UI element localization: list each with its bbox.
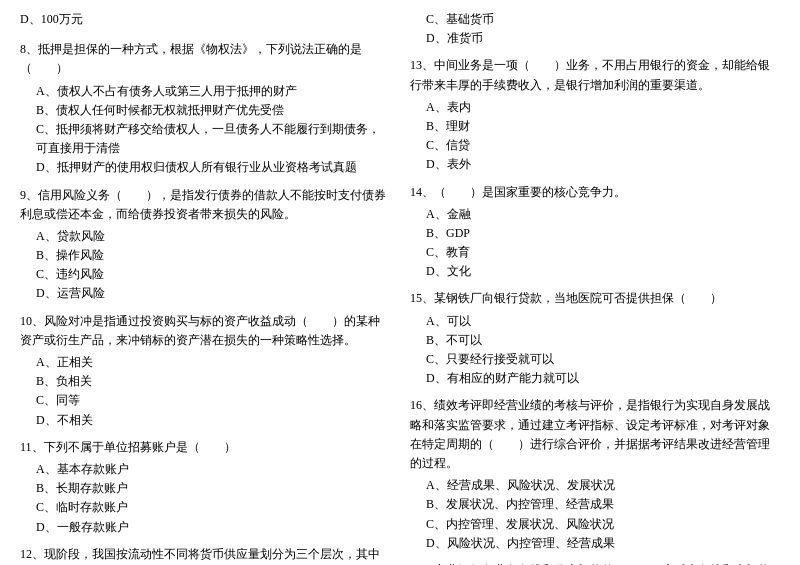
q14-option-b: B、GDP xyxy=(410,224,780,243)
q15-block: 15、某钢铁厂向银行贷款，当地医院可否提供担保（ ） A、可以 B、不可以 C、… xyxy=(410,289,780,388)
q16-option-b: B、发展状况、内控管理、经营成果 xyxy=(410,495,780,514)
q9-option-d: D、运营风险 xyxy=(20,284,390,303)
q10-option-a: A、正相关 xyxy=(20,353,390,372)
q12-block: 12、现阶段，我国按流动性不同将货币供应量划分为三个层次，其中 M1 表示（ ）… xyxy=(20,545,390,565)
q11-option-a: A、基本存款账户 xyxy=(20,460,390,479)
q11-text: 11、下列不属于单位招募账户是（ ） xyxy=(20,438,390,457)
q11-option-c: C、临时存款账户 xyxy=(20,498,390,517)
q10-option-c: C、同等 xyxy=(20,391,390,410)
q9-option-c: C、违约风险 xyxy=(20,265,390,284)
q-d-100: D、100万元 xyxy=(20,10,390,32)
q10-option-d: D、不相关 xyxy=(20,411,390,430)
q16-text: 16、绩效考评即经营业绩的考核与评价，是指银行为实现自身发展战略和落实监管要求，… xyxy=(410,396,780,473)
q17-block: 17、商业银行各业务条线和分支机构的（ ）应对本条线和本机构经营活动的合规性负直… xyxy=(410,561,780,565)
q15-option-b: B、不可以 xyxy=(410,331,780,350)
q13-option-b: B、理财 xyxy=(410,117,780,136)
q8-option-b: B、债权人任何时候都无权就抵押财产优先受偿 xyxy=(20,101,390,120)
q11-block: 11、下列不属于单位招募账户是（ ） A、基本存款账户 B、长期存款账户 C、临… xyxy=(20,438,390,537)
q12-text: 12、现阶段，我国按流动性不同将货币供应量划分为三个层次，其中 M1 表示（ ） xyxy=(20,545,390,565)
q13-option-d: D、表外 xyxy=(410,155,780,174)
q17-text: 17、商业银行各业务条线和分支机构的（ ）应对本条线和本机构经营活动的合规性负直… xyxy=(410,561,780,565)
q14-option-a: A、金融 xyxy=(410,205,780,224)
q13-option-a: A、表内 xyxy=(410,98,780,117)
q12-option-c: C、基础货币 xyxy=(410,10,780,29)
q9-block: 9、信用风险义务（ ），是指发行债券的借款人不能按时支付债券利息或偿还本金，而给… xyxy=(20,186,390,304)
q15-option-c: C、只要经行接受就可以 xyxy=(410,350,780,369)
right-column: C、基础货币 D、准货币 13、中间业务是一项（ ）业务，不用占用银行的资金，却… xyxy=(410,10,780,565)
q8-option-c: C、抵押须将财产移交给债权人，一旦债务人不能履行到期债务，可直接用于清偿 xyxy=(20,120,390,158)
q10-block: 10、风险对冲是指通过投资购买与标的资产收益成动（ ）的某种资产或衍生产品，来冲… xyxy=(20,312,390,430)
page-container: D、100万元 8、抵押是担保的一种方式，根据《物权法》，下列说法正确的是（ ）… xyxy=(20,10,780,565)
q16-option-c: C、内控管理、发展状况、风险状况 xyxy=(410,515,780,534)
q14-option-d: D、文化 xyxy=(410,262,780,281)
q14-text: 14、（ ）是国家重要的核心竞争力。 xyxy=(410,183,780,202)
q14-block: 14、（ ）是国家重要的核心竞争力。 A、金融 B、GDP C、教育 D、文化 xyxy=(410,183,780,282)
q8-option-d: D、抵押财产的使用权归债权人所有银行业从业资格考试真题 xyxy=(20,158,390,177)
q10-option-b: B、负相关 xyxy=(20,372,390,391)
q9-option-b: B、操作风险 xyxy=(20,246,390,265)
q8-block: 8、抵押是担保的一种方式，根据《物权法》，下列说法正确的是（ ） A、债权人不占… xyxy=(20,40,390,177)
q12-option-d: D、准货币 xyxy=(410,29,780,48)
two-column-layout: D、100万元 8、抵押是担保的一种方式，根据《物权法》，下列说法正确的是（ ）… xyxy=(20,10,780,565)
q15-option-a: A、可以 xyxy=(410,312,780,331)
q11-option-d: D、一般存款账户 xyxy=(20,518,390,537)
q12-continued-block: C、基础货币 D、准货币 xyxy=(410,10,780,48)
q15-option-d: D、有相应的财产能力就可以 xyxy=(410,369,780,388)
q13-option-c: C、信贷 xyxy=(410,136,780,155)
q16-option-a: A、经营成果、风险状况、发展状况 xyxy=(410,476,780,495)
q16-option-d: D、风险状况、内控管理、经营成果 xyxy=(410,534,780,553)
q9-option-a: A、贷款风险 xyxy=(20,227,390,246)
q16-block: 16、绩效考评即经营业绩的考核与评价，是指银行为实现自身发展战略和落实监管要求，… xyxy=(410,396,780,553)
q11-option-b: B、长期存款账户 xyxy=(20,479,390,498)
q8-option-a: A、债权人不占有债务人或第三人用于抵押的财产 xyxy=(20,82,390,101)
q13-text: 13、中间业务是一项（ ）业务，不用占用银行的资金，却能给银行带来丰厚的手续费收… xyxy=(410,56,780,94)
q15-text: 15、某钢铁厂向银行贷款，当地医院可否提供担保（ ） xyxy=(410,289,780,308)
q8-text: 8、抵押是担保的一种方式，根据《物权法》，下列说法正确的是（ ） xyxy=(20,40,390,78)
q9-text: 9、信用风险义务（ ），是指发行债券的借款人不能按时支付债券利息或偿还本金，而给… xyxy=(20,186,390,224)
q14-option-c: C、教育 xyxy=(410,243,780,262)
q-d-100-text: D、100万元 xyxy=(20,10,390,29)
q10-text: 10、风险对冲是指通过投资购买与标的资产收益成动（ ）的某种资产或衍生产品，来冲… xyxy=(20,312,390,350)
left-column: D、100万元 8、抵押是担保的一种方式，根据《物权法》，下列说法正确的是（ ）… xyxy=(20,10,390,565)
q13-block: 13、中间业务是一项（ ）业务，不用占用银行的资金，却能给银行带来丰厚的手续费收… xyxy=(410,56,780,174)
